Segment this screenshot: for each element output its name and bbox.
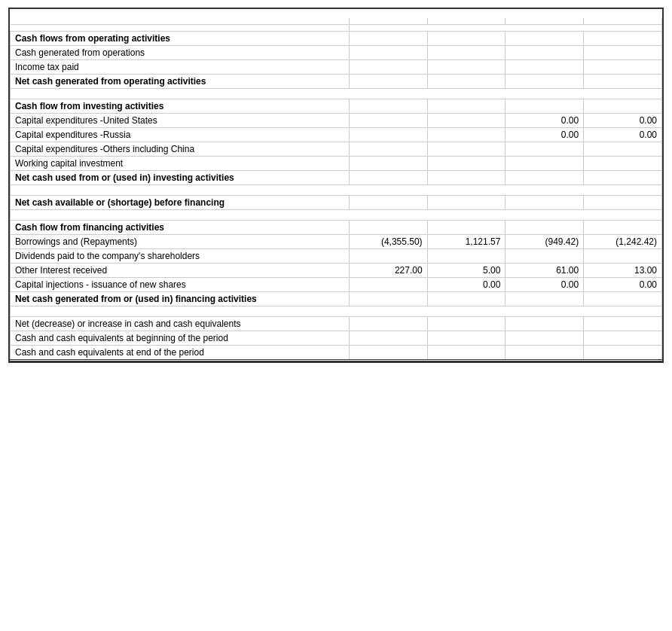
report-container: Cash flows from operating activitiesCash… xyxy=(8,8,664,363)
row-value xyxy=(584,346,662,361)
table-row: Cash flows from operating activities xyxy=(11,32,662,46)
row-value xyxy=(349,317,427,331)
row-value xyxy=(427,46,506,60)
row-value xyxy=(349,60,427,75)
row-value: 1,121.57 xyxy=(427,235,506,249)
row-value xyxy=(349,142,427,157)
row-value xyxy=(584,196,662,210)
row-label: Cash flow from investing activities xyxy=(11,99,350,114)
table-row: Net (decrease) or increase in cash and c… xyxy=(11,317,662,331)
table-row xyxy=(11,210,662,221)
table-row: Net cash used from or (used in) investin… xyxy=(11,171,662,185)
row-value xyxy=(427,331,506,346)
row-value xyxy=(349,171,427,185)
empty-cell xyxy=(11,185,662,196)
row-value xyxy=(506,292,584,306)
row-value xyxy=(349,346,427,361)
table-row: Cash generated from operations xyxy=(11,46,662,60)
row-label: Capital injections - issuance of new sha… xyxy=(11,278,350,292)
row-value xyxy=(349,278,427,292)
table-row: Net cash generated from operating activi… xyxy=(11,75,662,89)
row-label: Net cash available or (shortage) before … xyxy=(11,196,350,210)
year-2016-header xyxy=(427,18,506,25)
row-value xyxy=(349,32,427,46)
row-label: Dividends paid to the company's sharehol… xyxy=(11,249,350,264)
row-label: Net cash generated from operating activi… xyxy=(11,75,350,89)
table-row: Working capital investment xyxy=(11,157,662,171)
row-value xyxy=(427,128,506,142)
row-value xyxy=(584,60,662,75)
row-value: 0.00 xyxy=(584,278,662,292)
table-row: Cash flow from financing activities xyxy=(11,221,662,235)
row-label: Capital expenditures -Russia xyxy=(11,128,350,142)
row-label: Net cash generated from or (used in) fin… xyxy=(11,292,350,306)
row-value: 0.00 xyxy=(506,278,584,292)
row-value xyxy=(349,292,427,306)
row-value: 0.00 xyxy=(427,278,506,292)
row-value xyxy=(427,249,506,264)
table-row: Dividends paid to the company's sharehol… xyxy=(11,249,662,264)
row-value xyxy=(584,317,662,331)
row-value xyxy=(506,60,584,75)
row-label: Capital expenditures -United States xyxy=(11,114,350,128)
currency-note xyxy=(349,25,661,32)
row-value xyxy=(349,221,427,235)
row-value xyxy=(349,75,427,89)
row-label: Net (decrease) or increase in cash and c… xyxy=(11,317,350,331)
row-label: Cash flows from operating activities xyxy=(11,32,350,46)
row-value xyxy=(427,114,506,128)
table-row xyxy=(11,185,662,196)
row-value xyxy=(427,32,506,46)
row-label: Capital expenditures -Others including C… xyxy=(11,142,350,157)
currency-label-placeholder xyxy=(11,25,350,32)
table-row: Cash flow from investing activities xyxy=(11,99,662,114)
row-value xyxy=(349,128,427,142)
row-value xyxy=(427,292,506,306)
row-value xyxy=(349,249,427,264)
row-value xyxy=(427,317,506,331)
row-label: Cash generated from operations xyxy=(11,46,350,60)
row-value xyxy=(427,142,506,157)
row-value xyxy=(584,75,662,89)
row-value xyxy=(349,157,427,171)
empty-cell xyxy=(11,210,662,221)
row-value: 227.00 xyxy=(349,264,427,278)
table-row: Capital expenditures -Russia0.000.00 xyxy=(11,128,662,142)
row-value xyxy=(349,196,427,210)
row-value xyxy=(427,60,506,75)
table-row: Capital expenditures -Others including C… xyxy=(11,142,662,157)
table-row: Capital expenditures -United States0.000… xyxy=(11,114,662,128)
row-value xyxy=(506,346,584,361)
row-value: 0.00 xyxy=(506,114,584,128)
table-row xyxy=(11,306,662,317)
row-value xyxy=(506,221,584,235)
row-value xyxy=(506,99,584,114)
row-value xyxy=(584,157,662,171)
row-value xyxy=(506,171,584,185)
table-row: Other Interest received227.005.0061.0013… xyxy=(11,264,662,278)
row-value xyxy=(506,317,584,331)
row-value xyxy=(584,249,662,264)
row-value: 0.00 xyxy=(506,128,584,142)
table-row: Cash and cash equivalents at beginning o… xyxy=(11,331,662,346)
label-col-header xyxy=(11,18,350,25)
cashflow-table: Cash flows from operating activitiesCash… xyxy=(10,18,662,361)
row-value xyxy=(427,75,506,89)
row-value xyxy=(349,331,427,346)
empty-cell xyxy=(11,306,662,317)
row-value xyxy=(584,221,662,235)
row-value xyxy=(427,99,506,114)
row-value xyxy=(506,75,584,89)
row-value xyxy=(427,171,506,185)
row-value: (4,355.50) xyxy=(349,235,427,249)
year-2015-header xyxy=(349,18,427,25)
row-value xyxy=(427,157,506,171)
row-value: 5.00 xyxy=(427,264,506,278)
row-value xyxy=(584,32,662,46)
row-value xyxy=(506,157,584,171)
table-row: Capital injections - issuance of new sha… xyxy=(11,278,662,292)
row-value xyxy=(506,331,584,346)
row-value: 0.00 xyxy=(584,128,662,142)
row-value xyxy=(584,99,662,114)
table-row xyxy=(11,89,662,99)
